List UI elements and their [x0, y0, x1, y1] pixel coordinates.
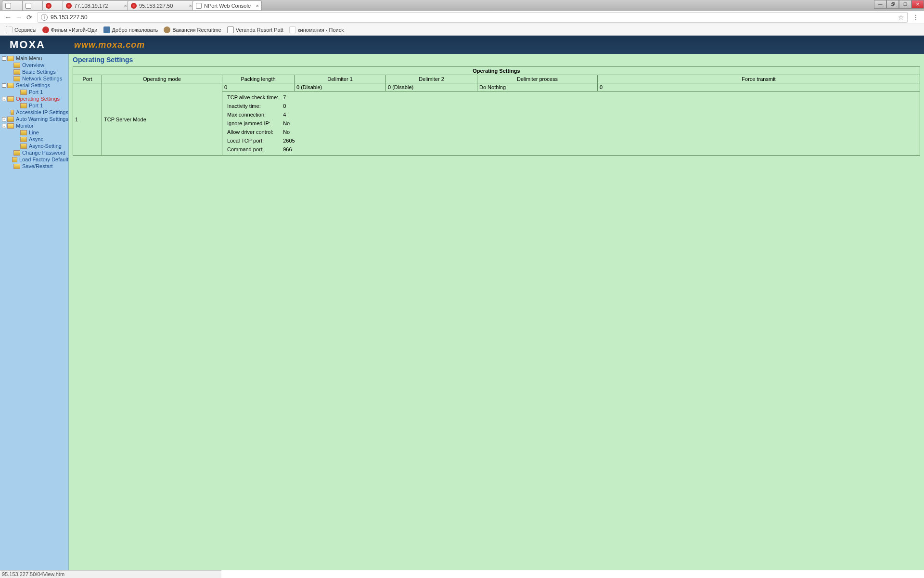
- bookmarks-bar: СервисыФильм «Изгой-ОдиДобро пожаловатьВ…: [0, 24, 924, 36]
- bookmark-item[interactable]: киномания - Поиск: [286, 26, 346, 33]
- bookmark-item[interactable]: Вакансия Recruitme: [161, 26, 224, 33]
- browser-tab[interactable]: [2, 0, 25, 10]
- browser-tab[interactable]: 95.153.227.50×: [128, 0, 195, 10]
- tab-label: 95.153.227.50: [139, 3, 173, 9]
- tab-close-icon[interactable]: ×: [124, 3, 127, 9]
- bookmark-label: Veranda Resort Patt: [236, 27, 283, 33]
- bookmark-icon: [289, 26, 296, 33]
- bookmark-label: Фильм «Изгой-Оди: [51, 27, 98, 33]
- address-bar[interactable]: i 95.153.227.50 ☆: [38, 12, 908, 23]
- forward-button[interactable]: →: [13, 12, 24, 23]
- tab-favicon: [5, 3, 11, 9]
- minimize-button[interactable]: —: [874, 0, 886, 9]
- back-button[interactable]: ←: [3, 12, 13, 23]
- browser-tab[interactable]: [22, 0, 45, 10]
- tab-label: NPort Web Console: [204, 3, 251, 9]
- tab-favicon: [196, 3, 202, 9]
- restore-button[interactable]: 🗗: [886, 0, 899, 9]
- browser-tab-strip: 77.108.19.172×95.153.227.50×NPort Web Co…: [0, 0, 924, 11]
- bookmark-icon: [227, 26, 234, 33]
- bookmark-icon: [42, 26, 49, 33]
- bookmark-label: Добро пожаловать: [112, 27, 158, 33]
- browser-menu-icon[interactable]: ⋮: [911, 13, 921, 21]
- tab-favicon: [131, 3, 137, 9]
- bookmark-star-icon[interactable]: ☆: [898, 13, 904, 21]
- browser-tab[interactable]: [42, 0, 65, 10]
- bookmark-icon: [6, 26, 13, 33]
- address-bar-row: ← → ⟳ i 95.153.227.50 ☆ ⋮: [0, 11, 924, 24]
- window-controls: — 🗗 ☐ ✕: [874, 0, 924, 9]
- bookmark-item[interactable]: Veranda Resort Patt: [224, 26, 286, 33]
- tab-favicon: [26, 3, 31, 9]
- tab-favicon: [66, 3, 72, 9]
- tab-close-icon[interactable]: ×: [256, 3, 259, 9]
- bookmark-label: Вакансия Recruitme: [172, 27, 221, 33]
- tab-favicon: [46, 3, 51, 9]
- bookmark-label: Сервисы: [14, 27, 37, 33]
- browser-tab[interactable]: NPort Web Console×: [192, 0, 262, 10]
- close-button[interactable]: ✕: [911, 0, 924, 9]
- bookmark-item[interactable]: Добро пожаловать: [101, 26, 161, 33]
- bookmark-label: киномания - Поиск: [298, 27, 344, 33]
- maximize-button[interactable]: ☐: [899, 0, 911, 9]
- bookmark-icon: [164, 26, 170, 33]
- bookmark-item[interactable]: Сервисы: [3, 26, 39, 33]
- site-info-icon[interactable]: i: [41, 14, 48, 21]
- reload-button[interactable]: ⟳: [24, 12, 35, 23]
- bookmark-icon: [103, 26, 110, 33]
- tab-label: 77.108.19.172: [74, 3, 108, 9]
- tab-close-icon[interactable]: ×: [189, 3, 192, 9]
- browser-tab[interactable]: 77.108.19.172×: [63, 0, 130, 10]
- bookmark-item[interactable]: Фильм «Изгой-Оди: [39, 26, 101, 33]
- url-text: 95.153.227.50: [51, 14, 898, 21]
